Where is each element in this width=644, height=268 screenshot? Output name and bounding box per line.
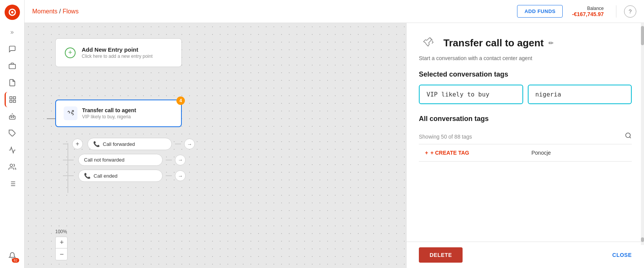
entry-node-subtitle: Click here to add a new entry point (82, 54, 153, 59)
call-ended-button[interactable]: 📞 Call ended (78, 170, 163, 182)
outcome-row-ended: 📞 Call ended → (63, 170, 195, 182)
tag-chip-nigeria[interactable]: nigeria (528, 85, 632, 104)
sidebar-item-notifications[interactable]: 82 (5, 248, 20, 263)
sidebar-item-analytics[interactable] (5, 142, 20, 158)
canvas-wrapper: + Add New Entry point Click here to add … (25, 23, 644, 268)
tags-list-grid: + + CREATE TAG Ponocje (419, 144, 632, 162)
outcome-branches: + 📞 Call forwarded → Call not forwarded (63, 138, 195, 186)
zoom-controls: 100% + − (55, 229, 68, 260)
selected-tags-grid: VIP likely to buy nigeria (419, 85, 632, 104)
svg-rect-5 (13, 100, 16, 103)
sidebar-item-chat[interactable] (5, 41, 20, 57)
call-forwarded-button[interactable]: 📞 Call forwarded (87, 138, 172, 150)
transfer-node-subtitle: VIP likely to buy, nigeria (82, 114, 136, 119)
create-tag-plus: + (425, 150, 428, 156)
zoom-level: 100% (55, 229, 68, 234)
transfer-call-node[interactable]: 4 Transfer call to agent VIP likely to b… (55, 100, 182, 127)
sidebar-item-list[interactable] (5, 176, 20, 191)
panel-scroll-area: Transfer call to agent ✏ Start a convers… (407, 23, 644, 242)
flow-canvas[interactable]: + Add New Entry point Click here to add … (25, 23, 406, 268)
balance-section: Balance -€167,745.97 (572, 6, 604, 17)
svg-rect-6 (10, 100, 12, 103)
svg-point-1 (11, 11, 13, 13)
close-button[interactable]: CLOSE (612, 252, 632, 258)
svg-point-18 (626, 133, 630, 137)
call-not-forwarded-button[interactable]: Call not forwarded (78, 154, 163, 166)
transfer-node-title: Transfer call to agent (82, 107, 136, 113)
showing-text: Showing 50 of 88 tags (419, 134, 472, 140)
svg-rect-4 (13, 97, 16, 99)
outcome-row-not-forwarded: Call not forwarded → (63, 154, 195, 166)
tag-list-item-ponocje[interactable]: Ponocje (525, 144, 632, 162)
entry-plus-icon: + (65, 47, 76, 58)
selected-tags-title: Selected conversation tags (419, 70, 632, 78)
svg-rect-3 (10, 97, 12, 99)
outcome-add-button[interactable]: + (72, 139, 83, 149)
sidebar-item-tags[interactable] (5, 126, 20, 141)
svg-rect-2 (9, 64, 15, 69)
app-logo[interactable] (5, 5, 20, 20)
tags-search-button[interactable] (625, 132, 632, 141)
sidebar-item-audience[interactable] (5, 159, 20, 175)
create-tag-label: + CREATE TAG (430, 150, 469, 156)
outcome-row-forwarded: + 📞 Call forwarded → (63, 138, 195, 150)
forwarded-arrow-button[interactable]: → (184, 139, 195, 149)
app-header: Moments / Flows ADD FUNDS Balance -€167,… (25, 0, 644, 23)
call-ended-label: Call ended (94, 173, 117, 179)
create-tag-button[interactable]: + + CREATE TAG (419, 144, 525, 162)
panel-title: Transfer call to agent (443, 37, 544, 49)
right-panel: Transfer call to agent ✏ Start a convers… (406, 23, 644, 268)
sidebar-item-bot[interactable] (5, 109, 20, 124)
panel-footer: DELETE CLOSE (407, 242, 644, 268)
svg-line-19 (629, 137, 631, 138)
entry-node-title: Add New Entry point (82, 46, 153, 53)
panel-transfer-icon (419, 34, 437, 52)
sidebar: » 82 (0, 0, 25, 268)
svg-point-11 (10, 164, 13, 167)
svg-point-8 (11, 117, 12, 118)
sidebar-expand-icon[interactable]: » (5, 25, 20, 40)
zoom-out-button[interactable]: − (56, 248, 68, 260)
all-tags-header: All conversation tags (419, 115, 632, 129)
panel-subtitle: Start a conversation with a contact cent… (419, 55, 632, 61)
sidebar-item-contacts[interactable] (5, 75, 20, 90)
phone-ended-icon: 📞 (84, 173, 91, 179)
transfer-node-icon (64, 106, 77, 120)
breadcrumb: Moments / Flows (32, 8, 79, 15)
not-forwarded-arrow-button[interactable]: → (175, 155, 186, 165)
panel-edit-icon[interactable]: ✏ (548, 39, 553, 47)
panel-scrollbar (641, 23, 644, 245)
scrollbar-thumb (641, 26, 644, 45)
panel-header: Transfer call to agent ✏ (419, 34, 632, 52)
all-tags-title: All conversation tags (419, 115, 489, 123)
sidebar-item-briefcase[interactable] (5, 58, 20, 74)
delete-button[interactable]: DELETE (419, 247, 463, 263)
phone-forwarded-icon: 📞 (93, 141, 100, 147)
header-divider (616, 5, 616, 18)
svg-point-9 (13, 117, 13, 118)
call-not-forwarded-label: Call not forwarded (84, 157, 125, 163)
svg-rect-7 (9, 116, 15, 119)
balance-value: -€167,745.97 (572, 11, 604, 17)
tag-chip-vip[interactable]: VIP likely to buy (419, 85, 523, 104)
help-button[interactable]: ? (624, 5, 636, 18)
add-funds-button[interactable]: ADD FUNDS (517, 5, 563, 18)
notification-badge: 82 (12, 258, 19, 263)
entry-point-node[interactable]: + Add New Entry point Click here to add … (55, 38, 182, 67)
zoom-in-button[interactable]: + (56, 237, 68, 248)
main-content: Moments / Flows ADD FUNDS Balance -€167,… (25, 0, 644, 268)
sidebar-item-flows[interactable] (5, 92, 20, 107)
balance-label: Balance (572, 6, 604, 11)
node-badge: 4 (176, 96, 185, 105)
scrollbar-arrow-down[interactable] (641, 237, 644, 242)
call-forwarded-label: Call forwarded (103, 141, 135, 147)
ended-arrow-button[interactable]: → (175, 170, 186, 181)
